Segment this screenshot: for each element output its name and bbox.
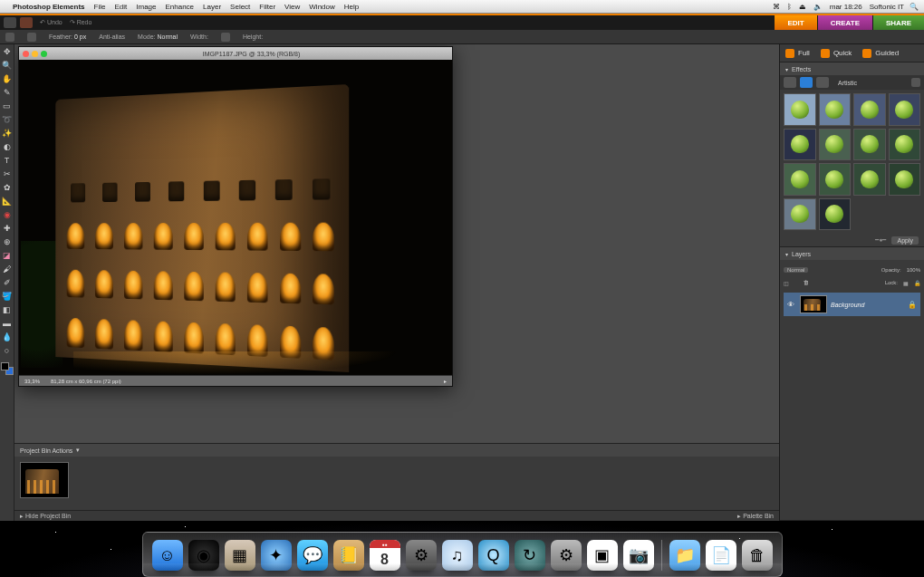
quicktime-icon[interactable]: Q	[478, 540, 509, 571]
effects-apply-button[interactable]: Apply	[891, 236, 919, 245]
menu-image[interactable]: Image	[136, 3, 156, 11]
canvas-area[interactable]: IMGP1187.JPG @ 33,3% (RGB/8)	[14, 44, 779, 443]
move-tool-icon[interactable]: ✥	[2, 46, 13, 57]
ical-icon[interactable]: ●●8	[370, 540, 400, 571]
effect-thumb[interactable]	[819, 129, 852, 161]
mode-share-button[interactable]: SHARE	[873, 15, 924, 30]
shape-tool-icon[interactable]: ▬	[2, 318, 13, 329]
swap-wh-icon[interactable]	[221, 33, 230, 42]
effects-category-dropdown-icon[interactable]	[911, 78, 920, 87]
layers-opacity-value[interactable]: 100%	[907, 267, 920, 273]
dashboard-icon[interactable]: ◉	[188, 540, 219, 571]
layers-blendmode[interactable]: Normal	[784, 267, 808, 273]
crop-tool-icon[interactable]: ✂	[2, 168, 13, 179]
layer-name[interactable]: Background	[831, 302, 864, 308]
palette-bin-button[interactable]: ▸ Palette Bin	[737, 513, 774, 520]
clone-tool-icon[interactable]: ⊕	[2, 236, 13, 247]
layer-thumbnail[interactable]	[800, 295, 827, 313]
brush-tool-icon[interactable]: 🖌	[2, 264, 13, 274]
effect-thumb[interactable]	[853, 93, 886, 126]
pse-icon[interactable]: ▣	[587, 540, 618, 571]
submode-quick-button[interactable]: Quick	[821, 49, 852, 58]
lock-transparent-icon[interactable]: ▦	[903, 280, 909, 286]
arrange-icon[interactable]	[20, 17, 33, 28]
menu-select[interactable]: Select	[230, 3, 250, 11]
finder-icon[interactable]: ☺	[152, 540, 183, 571]
type-tool-icon[interactable]: T	[2, 155, 13, 166]
eyedropper-tool-icon[interactable]: ✎	[2, 87, 13, 98]
foreground-color-swatch[interactable]	[1, 362, 9, 370]
volume-icon[interactable]: 🔈	[813, 3, 823, 11]
itunes-icon[interactable]: ♫	[442, 540, 473, 571]
document-window[interactable]: IMGP1187.JPG @ 33,3% (RGB/8)	[18, 46, 453, 387]
addressbook-icon[interactable]: 📒	[333, 540, 364, 571]
hide-project-bin-button[interactable]: ▸ Hide Project Bin	[20, 513, 71, 520]
layers-panel-title[interactable]: ▾Layers	[780, 247, 924, 260]
effects-tab-filters-icon[interactable]	[784, 77, 796, 88]
redeye-tool-icon[interactable]: ◉	[2, 209, 13, 220]
effects-tab-styles-icon[interactable]	[800, 77, 813, 88]
effects-panel-title[interactable]: ▾Effects	[780, 63, 924, 75]
menu-filter[interactable]: Filter	[259, 3, 275, 11]
effects-category[interactable]: Artistic	[833, 80, 908, 86]
mode-create-button[interactable]: CREATE	[818, 15, 872, 30]
menu-layer[interactable]: Layer	[203, 3, 221, 11]
effect-thumb[interactable]	[889, 129, 921, 161]
effect-thumb[interactable]	[784, 129, 816, 161]
straighten-tool-icon[interactable]: 📐	[2, 196, 13, 207]
submode-full-button[interactable]: Full	[785, 49, 810, 58]
app-name[interactable]: Photoshop Elements	[13, 3, 85, 11]
tool-preset-icon[interactable]	[5, 33, 14, 42]
camera-icon[interactable]: 📷	[623, 540, 654, 571]
sponge-tool-icon[interactable]: ○	[2, 345, 13, 356]
effect-thumb[interactable]	[853, 129, 886, 161]
paintbucket-tool-icon[interactable]: 🪣	[2, 291, 13, 302]
utility-icon[interactable]: ⚙	[406, 540, 437, 571]
effect-thumb[interactable]	[784, 93, 816, 126]
hand-tool-icon[interactable]: ✋	[2, 73, 13, 84]
zoom-window-icon[interactable]	[41, 51, 47, 57]
effect-thumb[interactable]	[889, 93, 921, 126]
menu-help[interactable]: Help	[344, 3, 359, 11]
smartbrush-tool-icon[interactable]: ✐	[2, 277, 13, 288]
folder-icon[interactable]: 📁	[669, 540, 700, 571]
sysprefs-icon[interactable]: ⚙	[551, 540, 582, 571]
clock[interactable]: mar 18:26	[830, 3, 862, 11]
marquee-tool-icon[interactable]: ▭	[2, 101, 13, 111]
feather-value[interactable]: 0 px	[74, 34, 86, 40]
new-layer-icon[interactable]: ◫	[784, 280, 798, 286]
lasso-tool-icon[interactable]: ➰	[2, 114, 13, 125]
project-bin-thumb[interactable]	[20, 462, 69, 498]
mode-edit-button[interactable]: EDIT	[775, 15, 816, 30]
delete-layer-icon[interactable]: 🗑	[804, 280, 818, 285]
effect-thumb[interactable]	[784, 163, 816, 196]
undo-button[interactable]: ↶ Undo	[40, 19, 63, 26]
safari-icon[interactable]: ✦	[261, 540, 292, 571]
close-window-icon[interactable]	[23, 51, 29, 57]
menu-view[interactable]: View	[284, 3, 300, 11]
effects-slider[interactable]: ━●━	[875, 236, 886, 244]
scripts-icon[interactable]: ⌘	[773, 3, 780, 11]
effects-tab-photoeffects-icon[interactable]	[816, 77, 829, 88]
lock-all-icon[interactable]: 🔒	[914, 280, 920, 286]
minimize-window-icon[interactable]	[32, 51, 38, 57]
menu-enhance[interactable]: Enhance	[165, 3, 194, 11]
magicwand-tool-icon[interactable]: ✨	[2, 128, 13, 139]
menu-file[interactable]: File	[94, 3, 106, 11]
gradient-tool-icon[interactable]: ◧	[2, 304, 13, 315]
zoom-tool-icon[interactable]: 🔍	[2, 60, 13, 71]
effect-thumb[interactable]	[853, 163, 886, 196]
layer-row[interactable]: 👁 Background 🔒	[784, 293, 920, 316]
antialias-checkbox[interactable]: Anti-alias	[99, 34, 125, 40]
mode-value[interactable]: Normal	[157, 34, 178, 40]
account-name[interactable]: Softonic IT	[870, 3, 904, 11]
timemachine-icon[interactable]: ↻	[515, 540, 545, 571]
document-icon[interactable]: 📄	[706, 540, 736, 571]
spotlight-icon[interactable]: 🔍	[910, 3, 919, 11]
effect-thumb[interactable]	[819, 163, 852, 196]
home-icon[interactable]	[4, 17, 16, 28]
effect-thumb[interactable]	[889, 163, 921, 196]
document-zoom[interactable]: 33,3%	[24, 379, 40, 384]
menu-window[interactable]: Window	[309, 3, 334, 11]
effect-thumb[interactable]	[784, 198, 816, 231]
